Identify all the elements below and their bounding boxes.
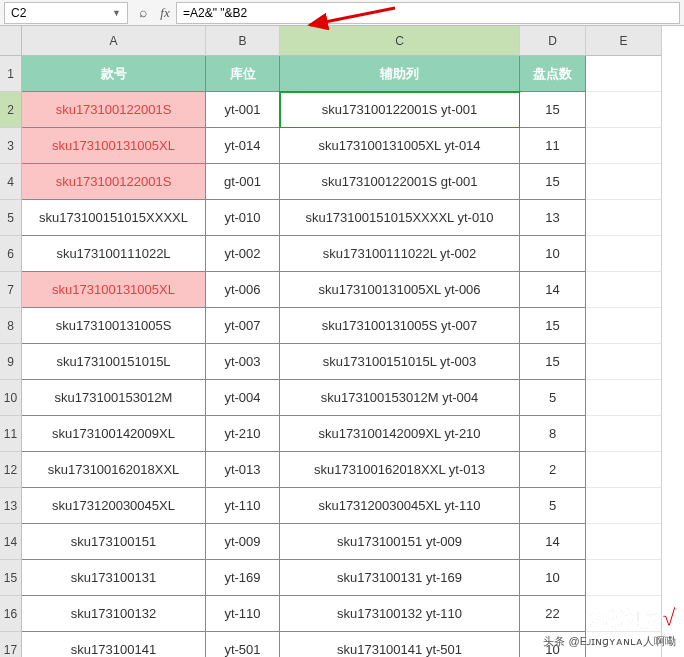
cell-D14[interactable]: 14 — [520, 524, 586, 560]
cell-D10[interactable]: 5 — [520, 380, 586, 416]
cell-B3[interactable]: yt-014 — [206, 128, 280, 164]
cell-A2[interactable]: sku173100122001S — [22, 92, 206, 128]
cell-B16[interactable]: yt-110 — [206, 596, 280, 632]
cell-A5[interactable]: sku173100151015XXXXL — [22, 200, 206, 236]
cell-A16[interactable]: sku173100132 — [22, 596, 206, 632]
cell-E15[interactable] — [586, 560, 662, 596]
cell-C14[interactable]: sku173100151 yt-009 — [280, 524, 520, 560]
cell-E10[interactable] — [586, 380, 662, 416]
cell-B17[interactable]: yt-501 — [206, 632, 280, 657]
cell-D3[interactable]: 11 — [520, 128, 586, 164]
row-header-12[interactable]: 12 — [0, 452, 22, 488]
cell-C3[interactable]: sku173100131005XL yt-014 — [280, 128, 520, 164]
row-header-10[interactable]: 10 — [0, 380, 22, 416]
row-header-1[interactable]: 1 — [0, 56, 22, 92]
cell-C13[interactable]: sku173120030045XL yt-110 — [280, 488, 520, 524]
row-header-17[interactable]: 17 — [0, 632, 22, 657]
header-cell-A[interactable]: 款号 — [22, 56, 206, 92]
cell-E13[interactable] — [586, 488, 662, 524]
row-header-14[interactable]: 14 — [0, 524, 22, 560]
row-header-16[interactable]: 16 — [0, 596, 22, 632]
cell-A8[interactable]: sku173100131005S — [22, 308, 206, 344]
formula-input[interactable]: =A2&" "&B2 — [176, 2, 680, 24]
cell-B4[interactable]: gt-001 — [206, 164, 280, 200]
cell-E9[interactable] — [586, 344, 662, 380]
cell-C10[interactable]: sku173100153012M yt-004 — [280, 380, 520, 416]
header-cell-B[interactable]: 库位 — [206, 56, 280, 92]
cell-B9[interactable]: yt-003 — [206, 344, 280, 380]
cell-E17[interactable] — [586, 632, 662, 657]
cell-A17[interactable]: sku173100141 — [22, 632, 206, 657]
cell-E2[interactable] — [586, 92, 662, 128]
cell-B7[interactable]: yt-006 — [206, 272, 280, 308]
cell-A10[interactable]: sku173100153012M — [22, 380, 206, 416]
cell-B14[interactable]: yt-009 — [206, 524, 280, 560]
column-header-B[interactable]: B — [206, 26, 280, 56]
cell-C17[interactable]: sku173100141 yt-501 — [280, 632, 520, 657]
cell-A7[interactable]: sku173100131005XL — [22, 272, 206, 308]
cell-D8[interactable]: 15 — [520, 308, 586, 344]
cell-C16[interactable]: sku173100132 yt-110 — [280, 596, 520, 632]
cell-E14[interactable] — [586, 524, 662, 560]
zoom-icon[interactable]: ⌕ — [132, 5, 154, 21]
cell-E8[interactable] — [586, 308, 662, 344]
cell-B5[interactable]: yt-010 — [206, 200, 280, 236]
cell-E12[interactable] — [586, 452, 662, 488]
cell-A13[interactable]: sku173120030045XL — [22, 488, 206, 524]
cell-E7[interactable] — [586, 272, 662, 308]
header-cell-C[interactable]: 辅助列 — [280, 56, 520, 92]
cell-E6[interactable] — [586, 236, 662, 272]
cell-D16[interactable]: 22 — [520, 596, 586, 632]
cell-B11[interactable]: yt-210 — [206, 416, 280, 452]
cell-E5[interactable] — [586, 200, 662, 236]
cell-E4[interactable] — [586, 164, 662, 200]
cell-A12[interactable]: sku173100162018XXL — [22, 452, 206, 488]
cell-C9[interactable]: sku173100151015L yt-003 — [280, 344, 520, 380]
row-header-6[interactable]: 6 — [0, 236, 22, 272]
name-box[interactable]: C2 ▼ — [4, 2, 128, 24]
cell-D11[interactable]: 8 — [520, 416, 586, 452]
row-header-9[interactable]: 9 — [0, 344, 22, 380]
row-header-2[interactable]: 2 — [0, 92, 22, 128]
cell-C8[interactable]: sku173100131005S yt-007 — [280, 308, 520, 344]
cell-B15[interactable]: yt-169 — [206, 560, 280, 596]
cell-D4[interactable]: 15 — [520, 164, 586, 200]
cell-C5[interactable]: sku173100151015XXXXL yt-010 — [280, 200, 520, 236]
cell-D13[interactable]: 5 — [520, 488, 586, 524]
cell-D17[interactable]: 10 — [520, 632, 586, 657]
cell-A14[interactable]: sku173100151 — [22, 524, 206, 560]
cell-A3[interactable]: sku173100131005XL — [22, 128, 206, 164]
row-header-5[interactable]: 5 — [0, 200, 22, 236]
cell-D15[interactable]: 10 — [520, 560, 586, 596]
cell-D12[interactable]: 2 — [520, 452, 586, 488]
cell-A4[interactable]: sku173100122001S — [22, 164, 206, 200]
column-header-A[interactable]: A — [22, 26, 206, 56]
cell-C7[interactable]: sku173100131005XL yt-006 — [280, 272, 520, 308]
cell-D2[interactable]: 15 — [520, 92, 586, 128]
row-header-3[interactable]: 3 — [0, 128, 22, 164]
cell-B8[interactable]: yt-007 — [206, 308, 280, 344]
cell-E16[interactable] — [586, 596, 662, 632]
cell-B13[interactable]: yt-110 — [206, 488, 280, 524]
cell-C12[interactable]: sku173100162018XXL yt-013 — [280, 452, 520, 488]
cell-D6[interactable]: 10 — [520, 236, 586, 272]
cell-B2[interactable]: yt-001 — [206, 92, 280, 128]
row-header-8[interactable]: 8 — [0, 308, 22, 344]
cell-A6[interactable]: sku173100111022L — [22, 236, 206, 272]
cell-D9[interactable]: 15 — [520, 344, 586, 380]
cell-C11[interactable]: sku173100142009XL yt-210 — [280, 416, 520, 452]
cell-C2[interactable]: sku173100122001S yt-001 — [280, 92, 520, 128]
row-header-4[interactable]: 4 — [0, 164, 22, 200]
column-header-E[interactable]: E — [586, 26, 662, 56]
cell-E3[interactable] — [586, 128, 662, 164]
cell-D7[interactable]: 14 — [520, 272, 586, 308]
cell-B6[interactable]: yt-002 — [206, 236, 280, 272]
chevron-down-icon[interactable]: ▼ — [112, 8, 121, 18]
cell-E11[interactable] — [586, 416, 662, 452]
cell-C6[interactable]: sku173100111022L yt-002 — [280, 236, 520, 272]
header-cell-D[interactable]: 盘点数 — [520, 56, 586, 92]
row-header-15[interactable]: 15 — [0, 560, 22, 596]
row-header-7[interactable]: 7 — [0, 272, 22, 308]
cell-C15[interactable]: sku173100131 yt-169 — [280, 560, 520, 596]
fx-icon[interactable]: fx — [154, 5, 176, 21]
